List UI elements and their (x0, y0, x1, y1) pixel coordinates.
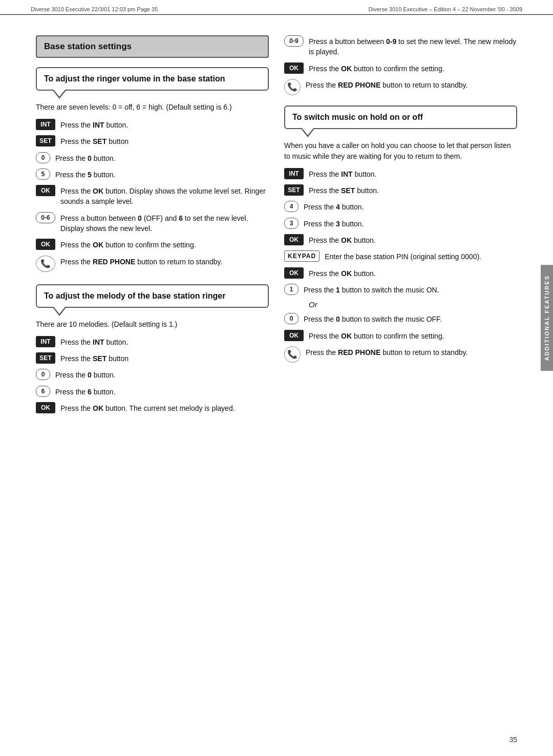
section2-steps: There are 10 melodies. (Default setting … (36, 319, 269, 413)
section2-step-6: 0-9 Press a button between 0-9 to set th… (284, 35, 517, 57)
set-badge-2: SET (36, 352, 55, 364)
section1-step-8: 📞 Press the RED PHONE button to return t… (36, 256, 269, 272)
section3-step-4: 3 Press the 3 button. (284, 218, 517, 229)
section1-step-7-text: Press the OK button to confirm the setti… (60, 239, 196, 250)
ok-badge-3: OK (36, 402, 55, 413)
int-badge-2: INT (36, 336, 55, 347)
keypad-badge: KEYPAD (284, 250, 320, 262)
right-column: 0-9 Press a button between 0-9 to set th… (284, 35, 517, 418)
section3-steps: When you have a caller on hold you can c… (284, 140, 517, 363)
section2-step-2-text: Press the SET button (60, 352, 129, 364)
section1-step-2-text: Press the SET button (60, 135, 129, 146)
int-badge-3: INT (284, 168, 304, 179)
section3-step-3-text: Press the 4 button. (304, 201, 364, 212)
ok-badge-4: OK (284, 62, 304, 74)
arrow-down-inner-3 (302, 128, 314, 135)
section3-step-1-text: Press the INT button. (309, 168, 376, 179)
section3-title: To switch music on hold on or off (292, 113, 509, 122)
section2-step-8: 📞 Press the RED PHONE button to return t… (284, 79, 517, 95)
header-right: Diverse 3010 Executive – Edition 4 – 22 … (369, 6, 523, 12)
page-content: Base station settings To adjust the ring… (0, 15, 553, 439)
section2-steps-right: 0-9 Press a button between 0-9 to set th… (284, 35, 517, 95)
section2-step-3-text: Press the 0 button. (55, 369, 116, 380)
section3-step-10-text: Press the OK button to confirm the setti… (309, 330, 444, 341)
section2-step-1-text: Press the INT button. (60, 336, 128, 347)
section1-step-1-text: Press the INT button. (60, 119, 128, 130)
main-title: Base station settings (36, 35, 269, 58)
section2-step-3: 0 Press the 0 button. (36, 369, 269, 380)
section3-step-9: 0 Press the 0 button to switch the music… (284, 313, 517, 324)
section3-step-2: SET Press the SET button. (284, 184, 517, 196)
header-left: Diverse 3010 Executive 22/3/01 12:03 pm … (31, 6, 158, 12)
range06-badge: 0-6 (36, 212, 55, 223)
section2-step-6-text: Press a button between 0-9 to set the ne… (309, 35, 517, 57)
section2-step-5-text: Press the OK button. The current set mel… (60, 402, 235, 413)
section1-step-4-text: Press the 5 button. (55, 169, 116, 180)
set-badge-1: SET (36, 135, 55, 146)
zero-badge-1: 0 (36, 152, 50, 163)
section3-step-7-text: Press the OK button. (309, 267, 376, 279)
arrow-down-inner-1 (53, 89, 66, 97)
section2-step-8-text: Press the RED PHONE button to return to … (306, 79, 467, 90)
section3-step-8-text: Press the 1 button to switch the music O… (304, 284, 439, 295)
phone-badge-2: 📞 (284, 79, 301, 95)
phone-badge-1: 📞 (36, 256, 55, 272)
section3-step-2-text: Press the SET button. (309, 184, 379, 196)
page-header: Diverse 3010 Executive 22/3/01 12:03 pm … (0, 0, 553, 15)
one-badge: 1 (284, 284, 299, 295)
section2-intro: There are 10 melodies. (Default setting … (36, 319, 269, 330)
section1-step-5: OK Press the OK button. Display shows th… (36, 185, 269, 207)
section1-step-4: 5 Press the 5 button. (36, 169, 269, 180)
section3-step-5-text: Press the OK button. (309, 234, 376, 245)
section2-step-7: OK Press the OK button to confirm the se… (284, 62, 517, 74)
section1-step-3: 0 Press the 0 button. (36, 152, 269, 163)
ok-badge-5: OK (284, 234, 304, 245)
four-badge: 4 (284, 201, 299, 212)
section2-step-4-text: Press the 6 button. (55, 386, 116, 397)
range09-badge: 0-9 (284, 35, 304, 47)
section2-box: To adjust the melody of the base station… (36, 284, 269, 308)
zero-badge-3: 0 (284, 313, 299, 324)
section1-step-8-text: Press the RED PHONE button to return to … (60, 256, 222, 267)
page-wrapper: Diverse 3010 Executive 22/3/01 12:03 pm … (0, 0, 553, 756)
page-number: 35 (509, 736, 517, 744)
ok-badge-1: OK (36, 185, 55, 196)
section3-intro: When you have a caller on hold you can c… (284, 140, 517, 162)
section3-step-8: 1 Press the 1 button to switch the music… (284, 284, 517, 295)
section3-step-3: 4 Press the 4 button. (284, 201, 517, 212)
section2-step-4: 6 Press the 6 button. (36, 386, 269, 397)
section2-step-5: OK Press the OK button. The current set … (36, 402, 269, 413)
zero-badge-2: 0 (36, 369, 50, 380)
section2-step-7-text: Press the OK button to confirm the setti… (309, 62, 444, 74)
six-badge: 6 (36, 386, 50, 397)
section2-title: To adjust the melody of the base station… (44, 291, 261, 301)
section3-step-9-text: Press the 0 button to switch the music O… (304, 313, 442, 324)
section3-step-7: OK Press the OK button. (284, 267, 517, 279)
section3-step-5: OK Press the OK button. (284, 234, 517, 245)
section3-step-10: OK Press the OK button to confirm the se… (284, 330, 517, 341)
section1-step-5-text: Press the OK button. Display shows the v… (60, 185, 269, 207)
section2-step-1: INT Press the INT button. (36, 336, 269, 347)
ok-badge-7: OK (284, 330, 304, 341)
arrow-down-inner-2 (53, 306, 66, 314)
section1-box: To adjust the ringer volume in the base … (36, 67, 269, 91)
ok-badge-2: OK (36, 239, 55, 250)
section1-step-7: OK Press the OK button to confirm the se… (36, 239, 269, 250)
section3-box: To switch music on hold on or off (284, 106, 517, 129)
section3-step-4-text: Press the 3 button. (304, 218, 364, 229)
five-badge-1: 5 (36, 169, 50, 180)
ok-badge-6: OK (284, 267, 304, 279)
section1-step-1: INT Press the INT button. (36, 119, 269, 130)
section1-step-6: 0-6 Press a button between 0 (OFF) and 6… (36, 212, 269, 234)
section3-step-1: INT Press the INT button. (284, 168, 517, 179)
left-column: Base station settings To adjust the ring… (36, 35, 269, 418)
section1-title: To adjust the ringer volume in the base … (44, 74, 261, 83)
section3-step-11-text: Press the RED PHONE button to return to … (306, 346, 467, 358)
section3-step-6-text: Enter the base station PIN (original set… (325, 250, 481, 262)
int-badge-1: INT (36, 119, 55, 130)
section1-intro: There are seven levels: 0 = off, 6 = hig… (36, 102, 269, 113)
section3-step-11: 📞 Press the RED PHONE button to return t… (284, 346, 517, 363)
three-badge: 3 (284, 218, 299, 229)
section2-step-2: SET Press the SET button (36, 352, 269, 364)
section1-step-2: SET Press the SET button (36, 135, 269, 146)
